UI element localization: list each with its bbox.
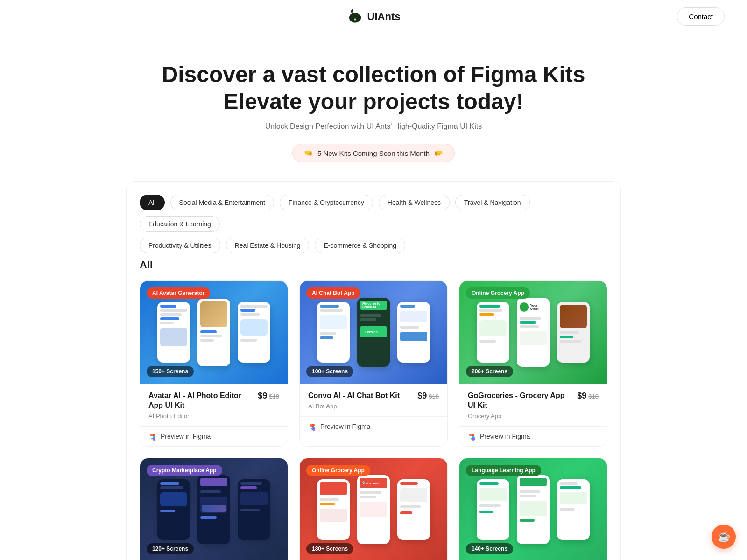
card-title-row-convo-ai: Convo AI - AI Chat Bot Kit $9 $18 [308, 391, 439, 401]
section-title: All [140, 259, 607, 271]
card-image-online-grocery: Online Grocery App [300, 458, 447, 560]
card-image-go-groceries: Online Grocery App [459, 281, 607, 384]
figma-icon-go-groceries [468, 432, 476, 441]
site-logo[interactable]: UIAnts [347, 8, 401, 25]
mock-phone-lang-3 [557, 479, 590, 540]
filter-travel[interactable]: Travel & Navigation [455, 195, 530, 210]
card-title-go-groceries: GoGroceries - Grocery App UI Kit [468, 391, 571, 411]
filter-row-2: Productivity & Utilities Real Estate & H… [140, 238, 607, 253]
card-image-language: Language Learning App [459, 458, 607, 560]
card-title-convo-ai: Convo AI - AI Chat Bot Kit [308, 391, 412, 401]
card-screens-avatar-ai: 150+ Screens [147, 366, 194, 377]
card-price-go-groceries: $9 $18 [577, 391, 599, 401]
card-category-go-groceries: Grocery App [468, 413, 599, 420]
main-content: All Social Media & Entertainment Finance… [117, 181, 630, 560]
card-go-groceries: Online Grocery App [459, 280, 607, 447]
filter-health[interactable]: Health & Wellness [379, 195, 450, 210]
mock-phone-og-2: ⚽ Liverpool [357, 475, 390, 544]
card-badge-language: Language Learning App [466, 465, 541, 476]
filter-real-estate[interactable]: Real Estate & Housing [226, 238, 310, 253]
coffee-icon: ☕ [718, 531, 730, 543]
header: UIAnts Contact [0, 0, 747, 33]
hero-title-line1: Discover a vast collection of Figma Kits [162, 62, 585, 87]
card-screens-go-groceries: 206+ Screens [466, 366, 513, 377]
price-current-go-groceries: $9 [577, 391, 586, 401]
price-current-avatar-ai: $9 [258, 391, 267, 401]
card-screens-crypto: 120+ Screens [147, 543, 194, 554]
card-badge-crypto: Crypto Marketplace App [147, 465, 222, 476]
svg-point-1 [351, 13, 354, 16]
cards-grid: AI Avatar Generator [140, 280, 607, 560]
logo-text: UIAnts [367, 11, 401, 23]
mock-phone-convo-3 [397, 302, 430, 363]
card-image-convo-ai: AI Chat Bot App [300, 281, 447, 384]
badge-emoji-right: 🤛 [434, 149, 443, 157]
filter-education[interactable]: Education & Learning [140, 216, 220, 232]
card-image-crypto: Crypto Marketplace App [140, 458, 288, 560]
card-category-avatar-ai: AI Photo Editor [148, 413, 279, 420]
card-footer-avatar-ai[interactable]: Preview in Figma [140, 426, 288, 446]
card-convo-ai: AI Chat Bot App [299, 280, 448, 447]
filter-container: All Social Media & Entertainment Finance… [126, 181, 621, 560]
filter-finance[interactable]: Finance & Cryptocurrency [280, 195, 373, 210]
figma-icon-avatar-ai [148, 432, 157, 441]
mock-phone-2 [197, 299, 230, 366]
mock-phone-og-1 [317, 479, 350, 540]
mock-phone-lang-1 [477, 479, 509, 540]
logo-icon [347, 8, 364, 25]
card-badge-go-groceries: Online Grocery App [466, 287, 530, 299]
filter-ecommerce[interactable]: E-commerce & Shopping [315, 238, 405, 253]
contact-button[interactable]: Contact [677, 7, 725, 26]
card-footer-go-groceries[interactable]: Preview in Figma [459, 426, 607, 446]
hero-subtitle: Unlock Design Perfection with UI Ants' H… [9, 122, 738, 131]
mock-phone-crypto-3 [238, 479, 270, 540]
mock-phone-1 [157, 302, 190, 363]
figma-icon-convo-ai [308, 422, 317, 431]
mock-phone-convo-2: Welcome to Convo AI Let's go → [357, 298, 390, 367]
card-avatar-ai: AI Avatar Generator [140, 280, 288, 447]
mock-phone-crypto-1 [157, 479, 190, 540]
price-original-go-groceries: $18 [588, 393, 599, 400]
svg-point-4 [354, 19, 355, 20]
svg-line-6 [352, 9, 353, 12]
card-online-grocery: Online Grocery App [299, 458, 448, 560]
card-screens-language: 140+ Screens [466, 543, 513, 554]
card-crypto-marketplace: Crypto Marketplace App [140, 458, 288, 560]
card-image-avatar-ai: AI Avatar Generator [140, 281, 288, 384]
card-title-row-go-groceries: GoGroceries - Grocery App UI Kit $9 $18 [468, 391, 599, 411]
hero-title: Discover a vast collection of Figma Kits… [9, 61, 738, 115]
mock-phone-grocery-3 [557, 302, 590, 363]
preview-label-avatar-ai: Preview in Figma [161, 433, 211, 440]
filter-all[interactable]: All [140, 195, 165, 210]
mock-phone-convo-1 [317, 302, 350, 363]
card-price-convo-ai: $9 $18 [417, 391, 439, 401]
card-screens-online-grocery: 180+ Screens [306, 543, 353, 554]
card-body-avatar-ai: Avatar AI - AI Photo Editor App UI Kit $… [140, 384, 288, 420]
svg-point-2 [356, 13, 359, 16]
filter-productivity[interactable]: Productivity & Utilities [140, 238, 220, 253]
preview-label-convo-ai: Preview in Figma [320, 423, 370, 430]
badge-emoji-left: 🤜 [304, 149, 313, 157]
badge-label: 5 New Kits Coming Soon this Month [317, 149, 430, 157]
preview-label-go-groceries: Preview in Figma [480, 433, 530, 440]
card-body-convo-ai: Convo AI - AI Chat Bot Kit $9 $18 AI Bot… [300, 384, 447, 410]
card-badge-online-grocery: Online Grocery App [306, 465, 370, 476]
filter-row-1: All Social Media & Entertainment Finance… [140, 195, 607, 232]
hero-title-line2: Elevate your projects today! [224, 89, 524, 114]
svg-point-0 [349, 13, 361, 23]
card-language-learning: Language Learning App [459, 458, 607, 560]
card-badge-convo-ai: AI Chat Bot App [306, 287, 360, 299]
card-price-avatar-ai: $9 $18 [258, 391, 279, 401]
svg-line-5 [351, 10, 352, 12]
card-title-avatar-ai: Avatar AI - AI Photo Editor App UI Kit [148, 391, 252, 411]
card-screens-convo-ai: 100+ Screens [306, 366, 353, 377]
mock-phone-grocery-1 [477, 302, 509, 363]
mock-phone-crypto-2 [197, 475, 230, 544]
mock-phone-og-3 [397, 479, 430, 540]
coffee-button[interactable]: ☕ [712, 525, 736, 549]
card-footer-convo-ai[interactable]: Preview in Figma [300, 416, 447, 436]
kits-coming-badge: 🤜 5 New Kits Coming Soon this Month 🤛 [292, 144, 455, 162]
filter-social-media[interactable]: Social Media & Entertainment [170, 195, 274, 210]
mock-phone-3 [238, 302, 270, 363]
price-original-avatar-ai: $18 [269, 393, 279, 400]
